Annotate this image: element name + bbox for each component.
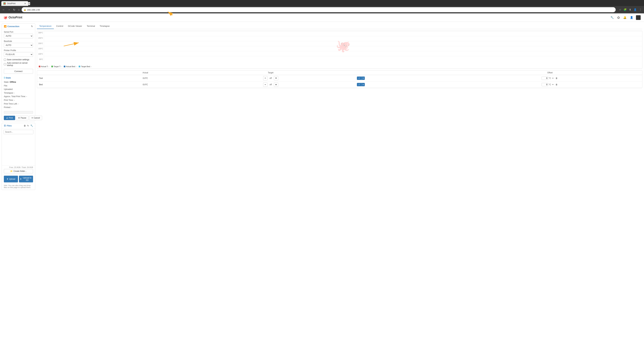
- user-icon-button[interactable]: 👤: [629, 15, 634, 20]
- file-label: File:: [4, 85, 8, 87]
- y-label-50: 50°C: [37, 58, 44, 60]
- tool-set-buttons: ✓ ▾: [355, 75, 458, 82]
- serial-port-select[interactable]: AUTO: [4, 34, 33, 38]
- forward-button[interactable]: →: [7, 7, 11, 12]
- user-avatar[interactable]: [636, 15, 641, 20]
- state-title: State: [6, 77, 11, 79]
- tool-target-value: off: [268, 77, 273, 80]
- reload-button[interactable]: ↻: [12, 7, 16, 12]
- browser-extras: ☆ 🧩 ⬇ 👤 ⋮: [618, 7, 642, 12]
- files-refresh-button[interactable]: ↻: [27, 124, 29, 127]
- bed-set-dropdown-button[interactable]: ▾: [362, 83, 365, 86]
- legend-label-actual-bed: Actual Bed: -: [66, 65, 77, 67]
- bed-set-check-button[interactable]: ✓: [357, 83, 362, 86]
- printer-profile-select[interactable]: F.U.B.A.R.: [4, 52, 33, 57]
- printed-label: Printed:: [4, 106, 11, 109]
- print-time-left-label: Print Time Left:: [4, 103, 18, 105]
- print-button[interactable]: 🖨 Print: [4, 116, 15, 120]
- tool-set-check-button[interactable]: ✓: [357, 77, 362, 80]
- serial-port-label: Serial Port: [4, 31, 33, 33]
- wrench-icon-button[interactable]: 🔧: [610, 15, 614, 20]
- legend-label-target-tool: Target T: -: [54, 65, 62, 67]
- files-list[interactable]: [2, 136, 35, 166]
- bed-label: Bed: [37, 81, 104, 88]
- tab-temperature[interactable]: Temperature: [37, 23, 54, 29]
- printed-row: Printed: -: [4, 106, 33, 109]
- y-label-100: 100°C: [37, 53, 44, 55]
- bed-target-minus-button[interactable]: −: [263, 83, 268, 87]
- tab-close-button[interactable]: ✕: [24, 2, 26, 5]
- uploaded-row: Uploaded:: [4, 88, 33, 91]
- tool-target-minus-button[interactable]: −: [263, 76, 268, 80]
- bed-target-controls: − off +: [186, 81, 355, 88]
- files-trash-button[interactable]: 🗑: [24, 124, 26, 127]
- back-button[interactable]: ←: [2, 7, 6, 12]
- legend-dot-actual-bed: [64, 66, 66, 67]
- bookmark-button[interactable]: ☆: [618, 7, 622, 12]
- new-tab-button[interactable]: +: [28, 2, 30, 5]
- profile-button[interactable]: 👤: [633, 7, 638, 12]
- legend-label-actual-tool: Actual T: -: [41, 65, 49, 67]
- timelapse-label: Timelapse:: [4, 92, 14, 94]
- header-icons: 🔧 ⏻ 🔔 👤: [610, 15, 641, 20]
- folder-icon: 📁: [10, 170, 13, 172]
- menu-button[interactable]: ⋮: [638, 7, 642, 12]
- home-button[interactable]: ⌂: [17, 7, 20, 12]
- upload-sd-button[interactable]: ⬆ Upload to SD: [19, 176, 33, 182]
- tab-control[interactable]: Control: [54, 23, 66, 29]
- bed-offset-input[interactable]: [542, 83, 548, 86]
- connection-refresh-button[interactable]: ↻: [31, 25, 33, 28]
- print-icon: 🖨: [6, 117, 8, 119]
- tab-gcode-viewer[interactable]: GCode Viewer: [66, 23, 84, 29]
- power-icon-button[interactable]: ⏻: [616, 15, 620, 20]
- browser-tab[interactable]: 🐙 OctoPrint ✕: [1, 1, 28, 6]
- table-row: Bed 0.0°C − off +: [37, 81, 642, 88]
- serial-port-group: Serial Port AUTO: [4, 31, 33, 38]
- y-label-250: 250°C: [37, 37, 44, 39]
- files-actions: ⬆ Upload ⬆ Upload to SD: [2, 174, 35, 184]
- create-folder-button[interactable]: 📁 Create folder...: [4, 169, 33, 173]
- logo-icon: 🐙: [3, 15, 8, 19]
- signal-icon: 📶: [4, 25, 6, 28]
- tool-offset-delete-button[interactable]: 🗑: [555, 77, 558, 80]
- grid-line-250: [44, 36, 642, 36]
- state-row: State: Offline: [4, 80, 33, 84]
- legend-dot-target-bed: [79, 66, 80, 67]
- tabs-bar: Temperature Control GCode Viewer Termina…: [37, 23, 642, 29]
- address-bar[interactable]: 🔒 192.168.1.93: [22, 7, 616, 12]
- auto-connect-checkbox[interactable]: [4, 63, 6, 65]
- connection-panel-header: 📶 Connection ↻: [2, 24, 35, 29]
- download-button[interactable]: ⬇: [628, 7, 632, 12]
- tool-target-plus-button[interactable]: +: [274, 76, 278, 80]
- upload-button[interactable]: ⬆ Upload: [4, 176, 18, 182]
- tab-terminal[interactable]: Terminal: [84, 23, 97, 29]
- bell-icon-button[interactable]: 🔔: [622, 15, 627, 20]
- search-input[interactable]: [4, 130, 33, 134]
- file-row: File:: [4, 84, 33, 88]
- upload-icon: ⬆: [6, 178, 8, 180]
- bed-actual-value: 0.0°C: [104, 81, 186, 88]
- connection-panel: 📶 Connection ↻ Serial Port AUTO Baudrate: [2, 23, 35, 121]
- tool-set-dropdown-button[interactable]: ▾: [362, 77, 365, 80]
- files-panel: ☰ Files 🗑 ↻ 🔧 Free: 25.9GB / To: [2, 123, 35, 190]
- bed-offset-edit-button[interactable]: ✏: [552, 83, 554, 86]
- tool-offset-edit-button[interactable]: ✏: [552, 77, 554, 80]
- state-value: Offline: [10, 81, 16, 83]
- baudrate-select[interactable]: AUTO: [4, 43, 33, 48]
- bed-offset-delete-button[interactable]: 🗑: [555, 83, 558, 86]
- save-connection-label: Save connection settings: [7, 58, 29, 61]
- bed-target-plus-button[interactable]: +: [274, 83, 278, 87]
- octoprint-logo: 🐙 OctoPrint: [3, 15, 22, 19]
- browser-toolbar: ← → ↻ ⌂ 🔒 192.168.1.93 ☆ 🧩 ⬇ 👤 ⋮: [0, 6, 644, 13]
- extensions-button[interactable]: 🧩: [623, 7, 628, 12]
- save-connection-checkbox[interactable]: [4, 59, 6, 61]
- files-settings-button[interactable]: 🔧: [30, 124, 33, 127]
- pause-button[interactable]: ⏸ Pause: [16, 116, 28, 120]
- col-header-target-dropdown: [355, 70, 458, 75]
- bed-offset-control-group: °C ✏ 🗑: [459, 83, 640, 86]
- legend-target-bed: Target Bed: -: [79, 65, 92, 67]
- tab-timelapse[interactable]: Timelapse: [97, 23, 112, 29]
- connect-button[interactable]: Connect: [4, 69, 33, 74]
- tool-offset-input[interactable]: [542, 77, 548, 80]
- files-header-icons: 🗑 ↻ 🔧: [24, 124, 33, 127]
